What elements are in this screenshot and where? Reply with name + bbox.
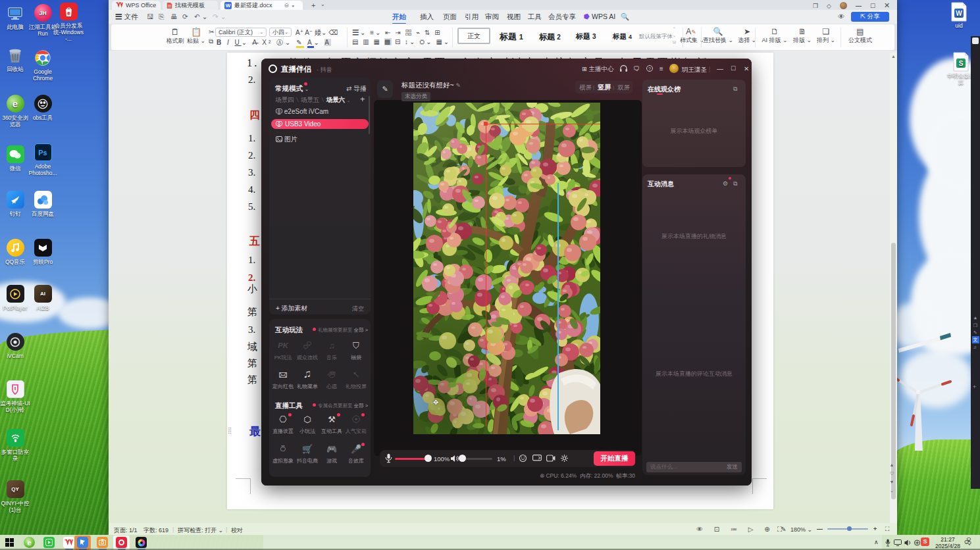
svg-text:e: e xyxy=(67,10,70,16)
svg-text:W: W xyxy=(956,10,962,17)
svg-text:S: S xyxy=(959,60,964,67)
